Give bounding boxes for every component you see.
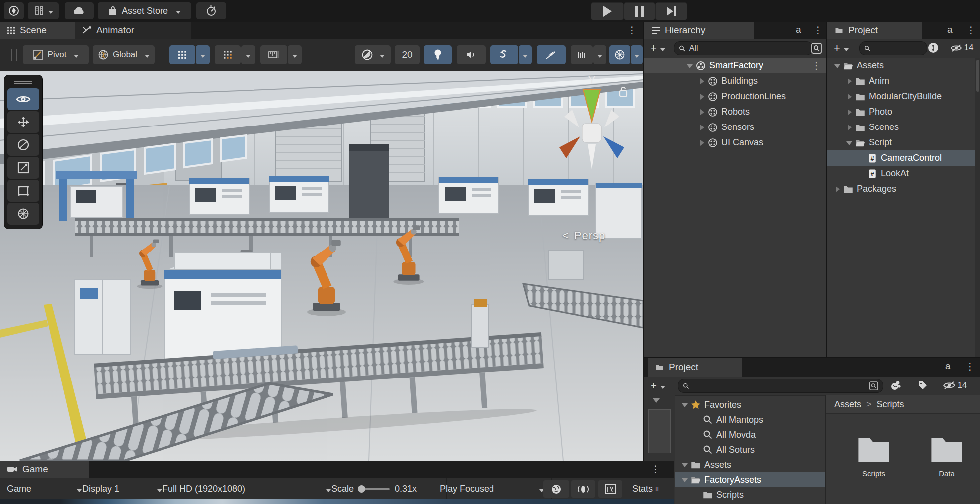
expander-icon[interactable] [698,135,707,150]
pivot-dropdown[interactable]: Pivot [23,45,89,64]
expander-icon[interactable] [693,442,702,457]
scale-tool-button[interactable] [7,157,39,179]
expander-icon[interactable] [693,412,702,427]
project-row[interactable]: Photo [827,104,975,120]
expander-icon[interactable] [686,58,695,73]
scene-picker-icon[interactable] [811,42,822,54]
asset-tile[interactable]: Scripts [844,431,903,504]
expander-icon[interactable] [698,89,707,104]
padlock-icon[interactable] [618,86,628,98]
scene-menu-kebab-icon[interactable]: ⋮ [627,25,637,35]
tab-game[interactable]: Game [0,461,89,478]
asset-store-button[interactable]: Asset Store [98,2,191,19]
expander-icon[interactable] [845,89,855,104]
expander-icon[interactable] [698,104,707,120]
snap-options-caret[interactable] [241,45,255,64]
lock-icon[interactable]: a [947,24,953,35]
metrics-button[interactable] [571,45,593,64]
row-kebab-icon[interactable]: ⋮ [812,60,820,71]
favorites-row[interactable]: Assets [675,457,825,472]
project-search-input[interactable] [874,44,922,53]
preview-packages-button[interactable] [884,378,907,392]
cloud-button[interactable] [65,2,94,19]
scene-viewport[interactable]: Y < Persp [0,71,643,461]
expander-icon[interactable] [845,120,855,135]
lighting-toggle[interactable] [424,45,452,64]
tab-project[interactable]: Project [827,22,922,39]
panels-button[interactable] [28,2,59,19]
project-row[interactable]: ModularCityBullde [827,89,975,104]
palette-handle[interactable] [4,77,42,87]
project-bottom-search-input[interactable] [693,381,865,390]
breadcrumb-segment[interactable]: Scripts [877,399,904,410]
scale-slider-knob[interactable] [358,485,365,493]
expander-icon[interactable] [698,120,707,135]
hidden-objects-toggle[interactable] [537,45,566,64]
breadcrumb-segment[interactable]: Assets [834,399,861,410]
favorites-row[interactable]: All Movda [675,427,825,442]
hidden-count-button[interactable]: 14 [946,41,977,55]
hierarchy-row[interactable]: Buildings [644,73,826,89]
project-menu-kebab-icon[interactable]: ⋮ [966,25,976,35]
create-button[interactable]: + [647,41,669,55]
hierarchy-menu-kebab-icon[interactable]: ⋮ [814,25,823,35]
expander-icon[interactable] [857,150,867,166]
project-row[interactable]: Scenes [827,120,975,135]
create-asset-button[interactable]: + [830,41,852,55]
stats-toggle[interactable]: Stats ff [625,478,674,500]
favorites-row[interactable]: Favorites [675,397,825,412]
project-bottom-kebab-icon[interactable]: ⋮ [965,362,975,371]
create-asset-button[interactable]: + [647,379,669,392]
toolbar-handle[interactable] [11,49,17,61]
hierarchy-row[interactable]: ProductionLines [644,89,826,104]
version-badge-button[interactable] [922,41,944,55]
project-row[interactable]: Script [827,135,975,150]
hierarchy-search[interactable] [674,41,813,55]
scale-slider[interactable] [359,488,390,490]
play-button[interactable] [591,2,624,20]
asset-tile[interactable]: Data [917,431,976,504]
project-row[interactable]: Anim [827,73,975,89]
tab-project-bottom[interactable]: Project [648,358,742,377]
projection-toggle[interactable]: < Persp [562,229,605,242]
grid-visibility-button[interactable] [169,45,195,64]
effects-toggle[interactable] [490,45,518,64]
unity-logo-button[interactable] [4,2,24,19]
units-button[interactable] [260,45,287,64]
favorites-row[interactable]: FactoryAssets [675,472,825,487]
expander-icon[interactable] [857,166,867,181]
project-search[interactable] [859,41,927,55]
step-button[interactable] [655,2,687,20]
stopwatch-button[interactable] [196,2,226,19]
game-menu-kebab-icon[interactable]: ⋮ [651,464,660,474]
snap-increment-button[interactable] [215,45,241,64]
project-row[interactable]: CameraControl [827,150,975,166]
favorites-row[interactable]: All Soturs [675,442,825,457]
chevron-down-icon[interactable] [653,398,660,403]
hidden-count-button[interactable]: 14 [937,378,972,392]
expander-icon[interactable] [845,135,855,150]
project-scrollbar[interactable] [975,58,980,357]
scene-camera-button[interactable] [609,45,630,64]
audio-toggle[interactable] [457,45,486,64]
units-caret[interactable] [288,45,302,64]
lock-icon[interactable]: a [945,361,951,372]
expander-icon[interactable] [833,58,843,73]
shading-mode-dropdown[interactable] [355,45,391,64]
scroll-thumb[interactable] [648,409,671,453]
hierarchy-row[interactable]: UI Canvas [644,135,826,150]
project-bottom-search[interactable] [678,379,883,393]
project-row[interactable]: Assets [827,58,975,73]
expander-icon[interactable] [833,181,843,197]
lock-icon[interactable]: a [796,24,801,35]
hierarchy-row[interactable]: Sensors [644,120,826,135]
view-tool-button[interactable] [7,88,39,110]
mute-audio-button[interactable] [543,480,569,498]
effects-caret[interactable] [519,45,532,64]
move-tool-button[interactable] [7,111,39,133]
expander-icon[interactable] [681,397,690,412]
expander-icon[interactable] [681,472,690,487]
frame-overlay-button[interactable] [598,480,622,498]
favorites-row[interactable]: Scripts [675,487,825,502]
tab-animator[interactable]: Animator [75,22,191,39]
